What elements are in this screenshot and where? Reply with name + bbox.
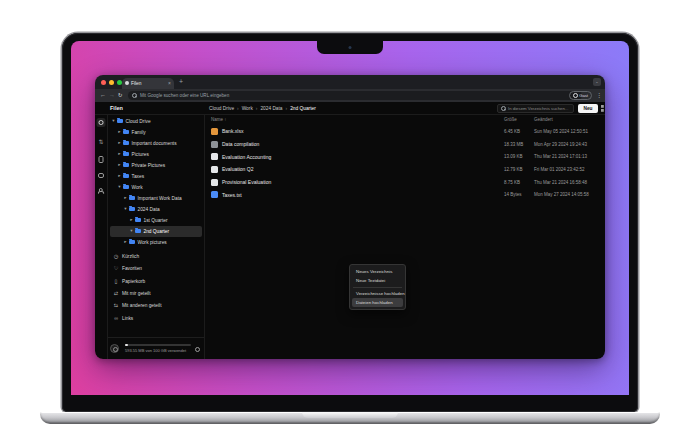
chevron-down-icon[interactable]: ▾	[129, 229, 134, 234]
tab-close-icon[interactable]: ×	[168, 81, 171, 86]
window-controls	[101, 80, 122, 85]
account-avatar[interactable]	[110, 344, 119, 353]
new-tab-button[interactable]: +	[179, 75, 183, 89]
table-row[interactable]: Evaluation Q2 12.79 KB Fri Mar 01 2024 2…	[205, 163, 605, 176]
table-row[interactable]: Taxes.txt 14 Bytes Mon May 27 2024 14:05…	[205, 188, 605, 201]
chevron-down-icon[interactable]: ▾	[111, 119, 116, 124]
lid-scoop	[302, 412, 398, 418]
table-row[interactable]: Data compilation 18.33 MB Mon Apr 29 202…	[205, 138, 605, 151]
file-modified: Fri Mar 01 2024 23:42:52	[534, 167, 585, 172]
file-modified: Thu Mar 21 2024 17:01:13	[534, 154, 587, 159]
nav-rail: ⇅	[95, 115, 108, 359]
folder-icon	[129, 207, 135, 212]
breadcrumb-separator: ›	[237, 106, 239, 111]
folder-icon	[123, 141, 129, 146]
sidebar-item-links[interactable]: ∞ Links	[108, 312, 204, 324]
menu-divider	[353, 287, 402, 288]
settings-gear-icon[interactable]	[195, 347, 200, 352]
chevron-right-icon[interactable]: ▸	[117, 163, 122, 168]
document-file-icon	[211, 166, 218, 173]
back-button[interactable]: ←	[100, 89, 106, 102]
chevron-right-icon[interactable]: ▸	[123, 240, 128, 245]
tree-item-2nd-quarter-selected[interactable]: ▾ 2nd Quarter	[110, 226, 202, 237]
grid-view-toggle-icon[interactable]	[601, 105, 605, 112]
column-header-size[interactable]: Größe	[504, 115, 517, 125]
storage-usage-bar	[125, 344, 191, 346]
tree-item-2024-data[interactable]: ▾ 2024 Data	[110, 204, 202, 215]
chevron-down-icon[interactable]: ▾	[117, 185, 122, 190]
column-header-name[interactable]: Name ↑	[211, 115, 227, 125]
close-window-button[interactable]	[101, 80, 106, 85]
sort-ascending-icon: ↑	[224, 117, 226, 122]
chevron-right-icon[interactable]: ▸	[117, 174, 122, 179]
browser-tab-filen[interactable]: Filen ×	[122, 78, 174, 90]
contacts-icon[interactable]	[98, 188, 104, 194]
profile-button[interactable]: Gast	[569, 91, 592, 100]
transfers-icon[interactable]: ⇅	[98, 139, 103, 145]
tree-item-taxes[interactable]: ▸ Taxes	[110, 171, 202, 182]
tree-item-label: Family	[132, 130, 146, 135]
menu-item-upload-directories[interactable]: Verzeichnisse hochladen	[352, 289, 403, 298]
chevron-down-icon[interactable]: ▾	[123, 207, 128, 212]
file-size: 6.45 KB	[504, 129, 520, 134]
address-bar[interactable]: Mit Google suchen oder eine URL eingeben	[128, 91, 582, 100]
sidebar-item-favorites[interactable]: ♡ Favoriten	[108, 263, 204, 275]
tree-item-family[interactable]: ▸ Family	[110, 127, 202, 138]
folder-icon	[123, 185, 129, 190]
tree-item-work[interactable]: ▾ Work	[110, 182, 202, 193]
tree-item-important-work-data[interactable]: ▸ Important Work Data	[110, 193, 202, 204]
devices-icon[interactable]	[99, 156, 104, 163]
tab-search-button[interactable]: ⌄	[593, 78, 601, 86]
table-row[interactable]: Provisional Evaluation 8.75 KB Thu Mar 2…	[205, 176, 605, 189]
tree-item-label: 1st Quarter	[144, 218, 168, 223]
tree-item-important-documents[interactable]: ▸ Important documents	[110, 138, 202, 149]
chevron-right-icon[interactable]: ▸	[123, 196, 128, 201]
sidebar-item-label: Links	[122, 316, 133, 321]
chevron-right-icon[interactable]: ▸	[117, 141, 122, 146]
file-name: Bank.xlsx	[222, 128, 243, 134]
tree-item-work-pictures[interactable]: ▸ Work pictures	[110, 237, 202, 248]
folder-icon	[129, 196, 135, 201]
file-name: Evaluation Q2	[222, 166, 253, 172]
file-size: 18.33 MB	[504, 142, 523, 147]
browser-window: Filen × + ⌄ ← → ↻ Mit Google suchen oder…	[95, 75, 605, 359]
menu-item-new-text-file[interactable]: Neue Textdatei	[352, 276, 403, 285]
tree-item-pictures[interactable]: ▸ Pictures	[110, 149, 202, 160]
chevron-right-icon[interactable]: ▸	[117, 130, 122, 135]
chat-icon[interactable]	[98, 173, 104, 178]
storage-usage-fill	[125, 344, 128, 346]
chevron-right-icon[interactable]: ▸	[117, 152, 122, 157]
tree-item-private-pictures[interactable]: ▸ Private Pictures	[110, 160, 202, 171]
sidebar-item-shared-with-me[interactable]: ⇄ Mit mir geteilt	[108, 287, 204, 299]
breadcrumb-item[interactable]: Work	[242, 106, 253, 111]
breadcrumb-item[interactable]: 2024 Data	[260, 106, 282, 111]
file-modified: Mon Apr 29 2024 19:24:43	[534, 142, 587, 147]
filen-logo-button[interactable]	[97, 118, 106, 127]
sidebar-item-trash[interactable]: ▯ Papierkorb	[108, 275, 204, 287]
forward-button[interactable]: →	[109, 89, 115, 102]
breadcrumb-item-current[interactable]: 2nd Quarter	[290, 106, 316, 111]
menu-item-upload-files[interactable]: Dateien hochladen	[352, 298, 403, 307]
tree-item-1st-quarter[interactable]: ▸ 1st Quarter	[110, 215, 202, 226]
sidebar-item-recents[interactable]: ◷ Kürzlich	[108, 251, 204, 263]
table-row[interactable]: Evaluation Accounting 13.09 KB Thu Mar 2…	[205, 150, 605, 163]
tree-item-cloud-drive[interactable]: ▾ Cloud Drive	[110, 116, 202, 127]
sidebar-item-shared-with-others[interactable]: ⇆ Mit anderen geteilt	[108, 300, 204, 312]
new-button[interactable]: Neu	[578, 104, 598, 113]
document-file-icon	[211, 153, 218, 160]
browser-menu-button[interactable]: ⋮	[596, 89, 602, 102]
breadcrumb-separator: ›	[256, 106, 258, 111]
tree-item-label: 2024 Data	[138, 207, 160, 212]
menu-item-new-directory[interactable]: Neues Verzeichnis	[352, 267, 403, 276]
breadcrumb-item[interactable]: Cloud Drive	[209, 106, 234, 111]
laptop-lid: Filen × + ⌄ ← → ↻ Mit Google suchen oder…	[62, 33, 638, 412]
minimize-window-button[interactable]	[109, 80, 114, 85]
tree-item-label: Pictures	[132, 152, 149, 157]
reload-button[interactable]: ↻	[118, 89, 123, 102]
column-header-modified[interactable]: Geändert	[534, 115, 553, 125]
chevron-right-icon[interactable]: ▸	[129, 218, 134, 223]
directory-search-input[interactable]: In diesem Verzeichnis suchen...	[497, 104, 574, 113]
laptop-base	[40, 412, 660, 424]
document-file-icon	[211, 179, 218, 186]
table-row[interactable]: Bank.xlsx 6.45 KB Sun May 05 2024 12:50:…	[205, 125, 605, 138]
